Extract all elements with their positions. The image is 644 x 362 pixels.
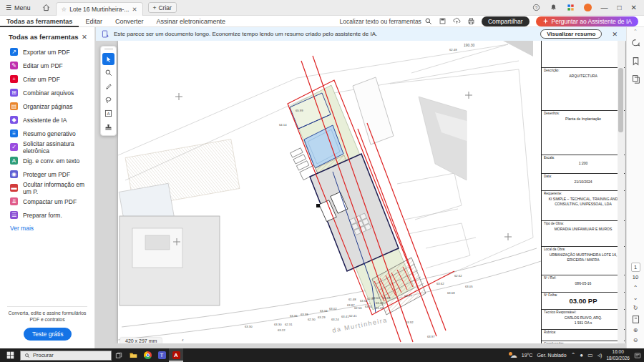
teams-button[interactable]: T — [155, 348, 169, 362]
comments-icon[interactable] — [631, 39, 640, 48]
titleblock-row: Técnico Responsável:CARLOS RUIVO, ARQ. 1… — [542, 310, 625, 330]
toolbar-tab-assinar-eletronicamente[interactable]: Assinar eletronicamente — [150, 16, 232, 27]
cloud-upload-icon[interactable] — [453, 17, 461, 25]
free-trial-button[interactable]: Teste grátis — [24, 328, 72, 341]
document-viewport[interactable]: da Murtinheira — [96, 41, 626, 343]
palette-drag-handle[interactable] — [104, 49, 113, 50]
select-tool[interactable] — [102, 53, 114, 65]
sidebar-item-ocultar-informa-o-em-um-p-[interactable]: ▬Ocultar informação em um P. — [0, 181, 94, 195]
neighbour-building-left — [119, 216, 220, 305]
toolbar-tab-todas-as-ferramentas[interactable]: Todas as ferramentas — [0, 16, 79, 27]
tool-icon: ↗ — [10, 48, 18, 56]
sidebar-item-criar-um-pdf[interactable]: +Criar um PDF — [0, 72, 94, 86]
search-placeholder: Procurar — [33, 352, 54, 358]
close-tab-icon[interactable]: ✕ — [132, 6, 137, 13]
sidebar-item-dig-e-conv-em-texto[interactable]: ADig. e conv. em texto — [0, 154, 94, 167]
document-tab[interactable]: ☆ Lote 16 Murtinheira-... ✕ — [56, 2, 143, 16]
weather-temp[interactable]: 19°C — [522, 353, 533, 358]
ai-button-label: Perguntar ao Assistente de IA — [552, 18, 632, 25]
home-icon — [42, 4, 50, 11]
current-page-input[interactable]: 1 — [631, 263, 640, 272]
spot-elevation: 62.62 — [454, 274, 462, 278]
profile-avatar[interactable] — [584, 4, 592, 11]
sidebar-item-compactar-um-pdf[interactable]: ⇊Compactar um PDF — [0, 195, 94, 208]
star-icon[interactable]: ☆ — [62, 6, 67, 13]
task-view-button[interactable] — [112, 348, 126, 362]
field-label: Requerente: — [544, 192, 623, 195]
add-text-tool[interactable]: A — [102, 107, 114, 119]
minimize-icon[interactable]: — — [601, 4, 608, 11]
bookmarks-icon[interactable] — [631, 57, 640, 66]
acrobat-button[interactable]: A — [169, 348, 183, 362]
home-button[interactable] — [36, 0, 56, 16]
banner-close-icon[interactable]: ✕ — [606, 31, 620, 38]
new-tab-button[interactable]: + Criar — [148, 2, 177, 13]
next-page-icon[interactable]: ⌄ — [633, 295, 638, 301]
spot-elevation: 63.38 — [301, 313, 308, 316]
sidebar-item-editar-um-pdf[interactable]: ✎Editar um PDF — [0, 59, 94, 72]
vertical-scrollbar[interactable] — [618, 41, 624, 343]
apps-grid-icon[interactable] — [567, 4, 575, 11]
field-value: ARQUITECTURA — [544, 74, 623, 79]
sidebar-item-resumo-generativo[interactable]: ≡Resumo generativo — [0, 127, 94, 140]
pdf-page: da Murtinheira — [118, 41, 625, 343]
windows-taskbar: Procurar T A ☁ 19°C Ger. Nublado ⌃ ● ▭ ◃… — [0, 348, 644, 362]
sidebar-item-solicitar-assinatura-eletr-nica[interactable]: ✓Solicitar assinatura eletrônica — [0, 140, 94, 154]
clock[interactable]: 16:00 18/03/2026 — [606, 349, 630, 361]
fit-page-icon[interactable] — [631, 315, 640, 324]
spot-elevation: 61.48 — [348, 298, 356, 301]
find-tools-search[interactable]: Localizar texto ou ferramentas — [340, 17, 432, 25]
ask-ai-assistant-button[interactable]: Perguntar ao Assistente de IA — [536, 16, 638, 26]
sidebar-item-organizar-p-ginas[interactable]: ▤Organizar páginas — [0, 99, 94, 113]
zoom-in-icon[interactable]: ⊕ — [633, 328, 638, 333]
close-window-icon[interactable]: ✕ — [631, 4, 637, 11]
weather-desc[interactable]: Ger. Nublado — [537, 353, 566, 358]
save-icon[interactable] — [439, 17, 447, 25]
maximize-icon[interactable]: □ — [618, 4, 622, 11]
chrome-button[interactable] — [140, 348, 155, 362]
print-icon[interactable] — [467, 17, 475, 25]
notifications-bell-icon[interactable] — [550, 4, 557, 11]
sidebar-item-proteger-um-pdf[interactable]: ◉Proteger um PDF — [0, 167, 94, 181]
taskbar-search-input[interactable]: Procurar — [20, 351, 112, 361]
lasso-tool[interactable] — [102, 94, 114, 106]
view-summary-button[interactable]: Visualizar resumo — [540, 29, 602, 39]
field-label: Rubrica: — [544, 331, 623, 334]
tray-display-icon[interactable]: ▭ — [587, 352, 593, 358]
tray-volume-icon[interactable]: ◃) — [597, 352, 602, 358]
zoom-out-icon[interactable]: ⊖ — [633, 338, 638, 343]
scrollbar-thumb[interactable] — [618, 68, 623, 132]
rail-scroll-up-icon[interactable]: ⌃ — [633, 29, 638, 34]
menu-button[interactable]: ☰ Menu — [0, 0, 36, 16]
tool-icon: ◆ — [10, 116, 18, 124]
start-button[interactable] — [0, 351, 20, 359]
stamp-tool[interactable] — [102, 121, 114, 133]
tool-icon: ☰ — [10, 211, 18, 219]
spot-elevation: 62.41 — [349, 314, 357, 318]
rotate-page-icon[interactable]: ↻ — [633, 305, 638, 311]
file-explorer-button[interactable] — [126, 348, 140, 362]
previous-page-icon[interactable]: ⌃ — [633, 285, 638, 291]
close-sidebar-icon[interactable]: ✕ — [82, 33, 87, 41]
hscroll-left-arrow[interactable]: ‹ — [182, 337, 184, 343]
tray-chevron-icon[interactable]: ⌃ — [571, 352, 576, 358]
sidebar-item-assistente-de-ia[interactable]: ◆Assistente de IA — [0, 113, 94, 127]
windows-logo-icon — [6, 351, 14, 359]
titleblock-row: Local da Obra:URBANIZAÇÃO MURTINHEIRA LO… — [542, 247, 625, 275]
sidebar-item-preparar-form-[interactable]: ☰Preparar form. — [0, 208, 94, 222]
quick-tools-palette: A — [100, 46, 117, 136]
stamp-icon — [104, 123, 112, 131]
toolbar-tab-converter[interactable]: Converter — [109, 16, 150, 27]
zoom-tool[interactable] — [102, 67, 114, 79]
toolbar-tab-editar[interactable]: Editar — [79, 16, 109, 27]
see-more-link[interactable]: Ver mais — [0, 222, 94, 235]
help-icon[interactable]: ? — [532, 4, 540, 11]
share-button[interactable]: Compartilhar — [482, 16, 530, 26]
tool-label: Assistente de IA — [23, 117, 67, 124]
sidebar-item-exportar-um-pdf[interactable]: ↗Exportar um PDF — [0, 45, 94, 59]
notification-center-icon[interactable] — [634, 352, 641, 359]
sidebar-item-combinar-arquivos[interactable]: ⊞Combinar arquivos — [0, 86, 94, 99]
pencil-tool[interactable] — [102, 80, 114, 92]
page-thumbnails-icon[interactable] — [631, 74, 640, 84]
tray-shield-icon[interactable]: ● — [580, 352, 583, 358]
